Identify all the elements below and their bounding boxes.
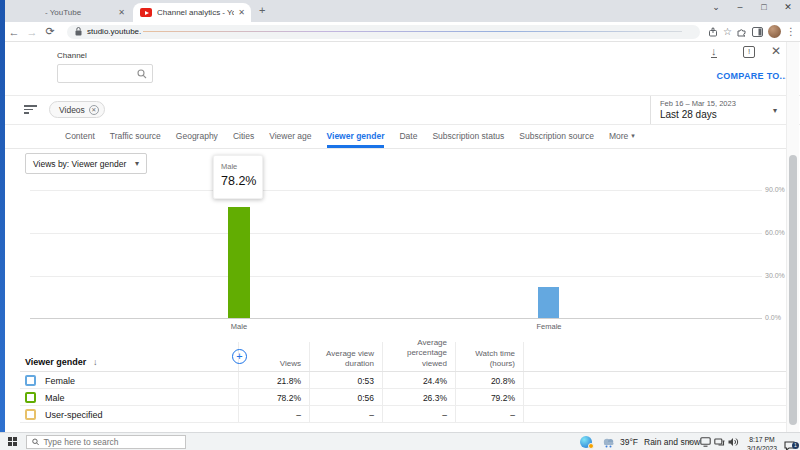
filter-icon[interactable] <box>24 105 37 116</box>
col-header-avg-percentage-viewed[interactable]: Average percentage viewed <box>386 338 447 369</box>
new-tab-icon[interactable]: + <box>259 4 265 16</box>
cell-percentage: – <box>386 410 447 420</box>
cell-percentage: 24.4% <box>386 376 447 386</box>
tab-geography[interactable]: Geography <box>176 124 218 148</box>
tab-more[interactable]: More ▾ <box>609 124 635 148</box>
browser-window: - YouTube ✕ Channel analytics - YouTube … <box>5 0 800 432</box>
taskbar-search-input[interactable] <box>43 437 180 447</box>
gridline-90 <box>30 190 762 191</box>
col-header-avg-view-duration[interactable]: Average view duration <box>313 349 374 370</box>
tab-traffic-source[interactable]: Traffic source <box>110 124 161 148</box>
feedback-icon[interactable]: ! <box>743 46 755 58</box>
overflow-menu-icon[interactable]: ⋮ <box>786 26 796 37</box>
sort-icon[interactable]: ↓ <box>93 357 98 367</box>
tab-subscription-source[interactable]: Subscription source <box>519 124 594 148</box>
tooltip-value: 78.2% <box>221 174 262 188</box>
extensions-icon[interactable] <box>737 27 747 37</box>
close-panel-icon[interactable]: ✕ <box>771 44 781 58</box>
table-row-header[interactable]: Viewer gender ↓ <box>25 357 97 367</box>
download-icon[interactable]: ↓ <box>711 45 717 58</box>
tab-date[interactable]: Date <box>399 124 417 148</box>
row-checkbox[interactable] <box>25 392 36 403</box>
notification-count-badge: 1 <box>792 442 799 449</box>
browser-toolbar: ← → ⟳ studio.youtube. ☆ ⋮ <box>5 22 800 42</box>
url-path-line <box>143 31 682 32</box>
tab-subscription-status[interactable]: Subscription status <box>432 124 504 148</box>
chevron-down-icon: ▾ <box>631 132 635 140</box>
screen: - YouTube ✕ Channel analytics - YouTube … <box>0 0 800 450</box>
cell-watch-time: 20.8% <box>457 376 515 386</box>
clock-time: 8:17 PM <box>744 435 780 444</box>
hidden-icons-chevron[interactable]: ^ <box>688 438 692 447</box>
search-icon <box>32 438 39 446</box>
network-icon[interactable] <box>714 437 725 447</box>
col-header-watch-time[interactable]: Watch time (hours) <box>457 349 515 370</box>
x-label-female: Female <box>519 322 579 331</box>
side-panel-icon[interactable] <box>752 27 763 37</box>
tab-viewer-age[interactable]: Viewer age <box>269 124 311 148</box>
taskbar-search[interactable] <box>26 435 186 449</box>
start-button[interactable] <box>8 437 17 446</box>
row-checkbox[interactable] <box>25 375 36 386</box>
tab-cities[interactable]: Cities <box>233 124 254 148</box>
y-tick-30: 30.0% <box>765 272 785 279</box>
tab-viewer-gender[interactable]: Viewer gender <box>327 124 385 148</box>
tooltip-label: Male <box>221 162 262 171</box>
views-by-dropdown[interactable]: Views by: Viewer gender ▾ <box>25 153 147 174</box>
row-label: Male <box>45 393 65 403</box>
tab-title: Channel analytics - YouTube Stud <box>157 8 234 17</box>
col-header-views[interactable]: Views <box>243 359 301 369</box>
refresh-icon[interactable]: ⟳ <box>41 25 59 38</box>
channel-search-input[interactable] <box>57 64 153 83</box>
tab-close-icon[interactable]: ✕ <box>234 8 251 17</box>
filter-chip-videos[interactable]: Videos ✕ <box>49 101 105 118</box>
cell-views: – <box>243 410 301 420</box>
bookmark-star-icon[interactable]: ☆ <box>723 26 732 37</box>
chip-remove-icon[interactable]: ✕ <box>89 105 99 115</box>
browser-notification-icon[interactable] <box>580 436 592 448</box>
action-center-icon[interactable]: 1 <box>784 437 795 447</box>
weather-temp[interactable]: 39°F <box>620 437 638 447</box>
y-tick-0: 0.0% <box>765 314 781 321</box>
weather-icon[interactable] <box>602 437 616 448</box>
browser-tab-strip: - YouTube ✕ Channel analytics - YouTube … <box>5 0 800 22</box>
display-icon[interactable] <box>700 437 711 447</box>
taskbar: 39°F Rain and snow ^ 8:17 PM 3/16/2023 1 <box>0 432 800 450</box>
share-icon[interactable] <box>708 27 718 37</box>
lock-icon <box>75 27 82 36</box>
browser-tab-youtube[interactable]: - YouTube ✕ <box>19 3 131 22</box>
taskbar-clock[interactable]: 8:17 PM 3/16/2023 <box>744 435 780 450</box>
bar-male[interactable] <box>228 207 250 318</box>
profile-avatar[interactable] <box>768 25 781 38</box>
scrollbar-thumb[interactable] <box>789 155 797 425</box>
forward-icon[interactable]: → <box>23 26 41 38</box>
volume-icon[interactable] <box>728 437 740 447</box>
bar-female[interactable] <box>538 287 559 318</box>
alert-badge <box>588 443 594 449</box>
browser-tab-analytics[interactable]: Channel analytics - YouTube Stud ✕ <box>133 3 251 22</box>
views-by-label: Views by: Viewer gender <box>33 159 126 169</box>
row-label: User-specified <box>45 410 103 420</box>
tab-close-icon[interactable]: ✕ <box>114 8 131 17</box>
tab-content[interactable]: Content <box>65 124 95 148</box>
window-maximize-icon[interactable]: □ <box>752 2 776 12</box>
cell-watch-time: 79.2% <box>457 393 515 403</box>
back-icon[interactable]: ← <box>5 26 23 38</box>
row-label: Female <box>45 376 75 386</box>
toolbar-icons: ☆ ⋮ <box>708 25 800 38</box>
y-tick-60: 60.0% <box>765 229 785 236</box>
window-chevron-icon[interactable]: ⌄ <box>704 2 728 12</box>
chip-label: Videos <box>59 105 85 115</box>
address-bar[interactable]: studio.youtube. <box>67 25 700 39</box>
x-axis-line <box>30 318 762 319</box>
compare-to-link[interactable]: COMPARE TO... <box>716 71 788 81</box>
url-text: studio.youtube. <box>87 27 141 36</box>
cell-watch-time: – <box>457 410 515 420</box>
cell-duration: 0:53 <box>313 376 374 386</box>
tab-title: - YouTube <box>45 8 114 17</box>
date-range-selector[interactable]: Feb 16 – Mar 15, 2023 Last 28 days ▾ <box>650 96 793 124</box>
window-minimize-icon[interactable]: – <box>728 2 752 12</box>
channel-label: Channel <box>57 51 87 60</box>
row-checkbox[interactable] <box>25 409 36 420</box>
window-close-icon[interactable]: ✕ <box>776 2 800 12</box>
